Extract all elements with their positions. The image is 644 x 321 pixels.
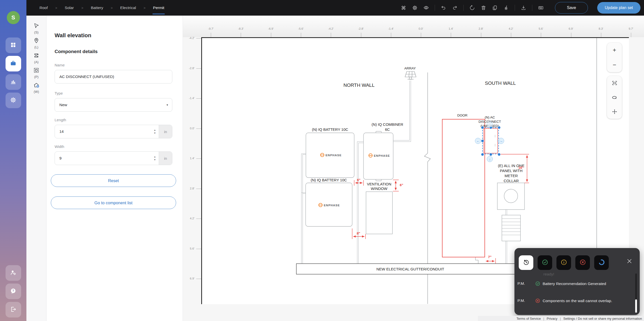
nudge-up-button[interactable]: ↑	[487, 121, 493, 127]
name-field[interactable]: AC DISCONNECT (UNFUSED)	[55, 70, 172, 84]
ruler-tick	[361, 33, 361, 37]
notification-text: Battery Recommendation Generated	[543, 281, 626, 287]
ruler-tick	[196, 279, 201, 279]
step-down-icon[interactable]: ▼	[154, 132, 156, 134]
tool-location[interactable]: (L)	[33, 37, 39, 49]
notification-previous-tail: ready!	[543, 272, 554, 276]
ruler-label: -8.3'	[235, 27, 246, 30]
fit-to-screen-button[interactable]	[607, 76, 622, 90]
filter-success-button[interactable]	[538, 255, 552, 270]
ventilation-label: VENTILATION	[367, 182, 391, 186]
tool-select[interactable]: (S)	[33, 23, 39, 34]
sidebar-item-projects[interactable]	[6, 56, 21, 71]
save-button[interactable]: Save	[555, 2, 588, 14]
delete-trash-icon[interactable]	[481, 5, 486, 11]
ruler-label: 1.4'	[183, 157, 194, 160]
close-icon[interactable]	[627, 258, 632, 264]
sidebar-item-help[interactable]: ?	[6, 284, 21, 299]
undo-icon[interactable]	[441, 5, 446, 11]
ruler-tick	[196, 68, 201, 69]
filter-history-button[interactable]	[519, 255, 533, 270]
width-stepper[interactable]: 9 ▲▼ in	[55, 151, 172, 165]
sidebar-item-analytics[interactable]	[6, 74, 21, 90]
design-tools-icon[interactable]	[401, 5, 406, 11]
go-to-component-list-button[interactable]: Go to component list	[51, 196, 176, 209]
chevron-down-icon: ▾	[167, 103, 168, 107]
footer-link[interactable]: Terms of Service	[516, 317, 541, 320]
south-wall-label: SOUTH WALL	[485, 81, 516, 86]
gutter-label: NEW ELECTRICAL GUTTER/CONDUIT	[376, 267, 444, 271]
user-settings-icon	[10, 269, 17, 277]
tool-wall[interactable]: (W)	[33, 82, 39, 94]
selection-box[interactable]	[482, 127, 499, 154]
svg-text:?: ?	[12, 289, 14, 293]
sidebar-item-logout[interactable]	[6, 302, 21, 317]
sidebar-item-settings[interactable]	[6, 93, 21, 108]
length-stepper[interactable]: 14 ▲▼ in	[55, 125, 172, 138]
tool-structure[interactable]: (A)	[33, 52, 39, 64]
gear-icon[interactable]	[412, 5, 418, 11]
type-select[interactable]: New▾	[55, 98, 172, 112]
ruler-tick	[511, 33, 511, 37]
reset-button[interactable]: Reset	[51, 174, 176, 187]
keyboard-shortcuts-icon[interactable]	[538, 5, 544, 11]
add-wall-house-icon	[33, 82, 39, 89]
selection-handle[interactable]	[481, 139, 484, 142]
meter-circle	[504, 189, 518, 203]
reset-rotate-icon[interactable]	[469, 5, 475, 11]
success-status-icon	[535, 281, 540, 286]
ruler-tick	[451, 33, 451, 37]
step-up-icon[interactable]: ▲	[154, 129, 156, 131]
duplicate-copy-icon[interactable]	[492, 5, 498, 11]
breadcrumb-electrical[interactable]: Electrical	[120, 0, 137, 16]
download-icon[interactable]	[521, 5, 526, 11]
nudge-down-button[interactable]: ↓	[487, 156, 493, 162]
footer-separator: |	[543, 317, 544, 320]
zoom-out-button[interactable]: −	[607, 58, 622, 72]
breadcrumb-permit[interactable]: Permit	[152, 0, 165, 16]
filter-error-button[interactable]	[575, 255, 590, 270]
selection-handle[interactable]	[489, 153, 492, 156]
tool-panel[interactable]: (P)	[33, 67, 39, 79]
width-value: 9	[59, 156, 62, 160]
filter-loading-button[interactable]	[594, 255, 609, 270]
ruler-tick	[196, 189, 201, 189]
update-plan-set-button[interactable]: Update plan set	[597, 2, 640, 14]
dashboard-grid-icon	[10, 42, 17, 49]
visibility-eye-icon[interactable]	[423, 5, 429, 11]
notification-row[interactable]: P.M.Components on the wall cannot overla…	[517, 298, 626, 304]
dim-16in-panel: 16"	[518, 166, 524, 170]
orbit-rotate-button[interactable]	[607, 90, 622, 104]
pan-move-button[interactable]	[607, 105, 622, 119]
selection-handle[interactable]	[481, 126, 484, 129]
app-sidebar: S ?	[0, 0, 26, 321]
breadcrumb-chevron-icon: >	[55, 0, 57, 16]
selection-handle[interactable]	[498, 153, 501, 156]
footer-link[interactable]: Settings / Do not sell or share my perso…	[563, 317, 642, 320]
breadcrumb-roof[interactable]: Roof	[39, 0, 48, 16]
nudge-left-button[interactable]: ←	[475, 138, 481, 144]
step-up-icon[interactable]: ▲	[154, 156, 156, 158]
selection-handle[interactable]	[498, 126, 501, 129]
redo-icon[interactable]	[452, 5, 458, 11]
selection-handle[interactable]	[481, 153, 484, 156]
main-panel-label: COLLAR	[504, 179, 519, 183]
zoom-in-button[interactable]: +	[607, 43, 622, 57]
scrollbar-thumb[interactable]	[635, 299, 637, 313]
breadcrumb-battery[interactable]: Battery	[90, 0, 104, 16]
notification-row[interactable]: P.M.Battery Recommendation Generated	[517, 281, 626, 287]
sidebar-item-account[interactable]	[6, 265, 21, 281]
width-unit: in	[159, 152, 172, 165]
avatar[interactable]: S	[7, 11, 20, 24]
main-panel-label: METER	[505, 174, 518, 178]
filter-info-button[interactable]	[556, 255, 571, 270]
component-details-panel: Wall elevation Component details Name AC…	[47, 16, 183, 321]
footer-link[interactable]: Privacy	[547, 317, 557, 320]
sidebar-item-dashboard[interactable]	[6, 37, 21, 53]
cleanup-broom-icon[interactable]	[503, 5, 509, 11]
ruler-tick	[541, 33, 541, 37]
briefcase-icon	[10, 60, 17, 68]
breadcrumb-solar[interactable]: Solar	[64, 0, 74, 16]
step-down-icon[interactable]: ▼	[154, 159, 156, 161]
nudge-right-button[interactable]: →	[498, 138, 504, 144]
